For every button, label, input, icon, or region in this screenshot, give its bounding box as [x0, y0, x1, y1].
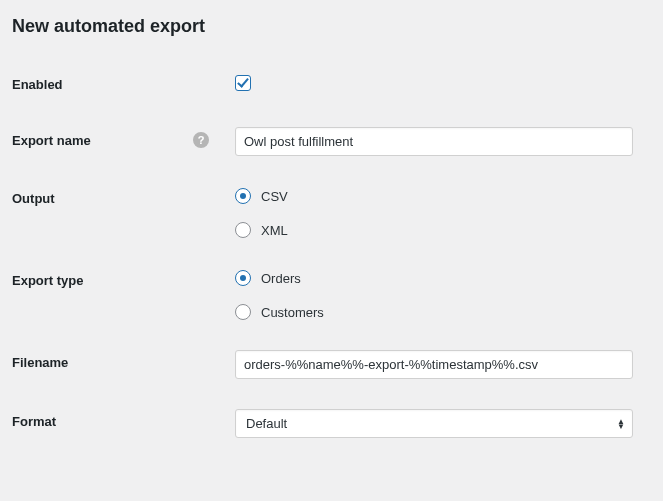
export-type-radio-group: Orders Customers — [235, 268, 633, 320]
output-radio-csv-label: CSV — [261, 189, 288, 204]
export-name-input[interactable] — [235, 127, 633, 156]
output-radio-csv[interactable] — [235, 188, 251, 204]
format-label: Format — [12, 394, 225, 453]
export-type-radio-customers[interactable] — [235, 304, 251, 320]
enabled-label: Enabled — [12, 57, 225, 112]
output-radio-group: CSV XML — [235, 186, 633, 238]
export-type-radio-orders[interactable] — [235, 270, 251, 286]
output-label: Output — [12, 171, 225, 253]
export-type-label: Export type — [12, 253, 225, 335]
filename-input[interactable] — [235, 350, 633, 379]
page-title: New automated export — [12, 16, 643, 37]
settings-form: Enabled Export name ? Output — [12, 57, 643, 453]
filename-label: Filename — [12, 335, 225, 394]
format-select[interactable]: Default — [235, 409, 633, 438]
output-radio-xml[interactable] — [235, 222, 251, 238]
export-type-radio-orders-label: Orders — [261, 271, 301, 286]
help-icon[interactable]: ? — [193, 132, 209, 148]
output-radio-xml-label: XML — [261, 223, 288, 238]
export-name-label: Export name — [12, 133, 91, 148]
export-type-radio-customers-label: Customers — [261, 305, 324, 320]
enabled-checkbox[interactable] — [235, 75, 251, 91]
